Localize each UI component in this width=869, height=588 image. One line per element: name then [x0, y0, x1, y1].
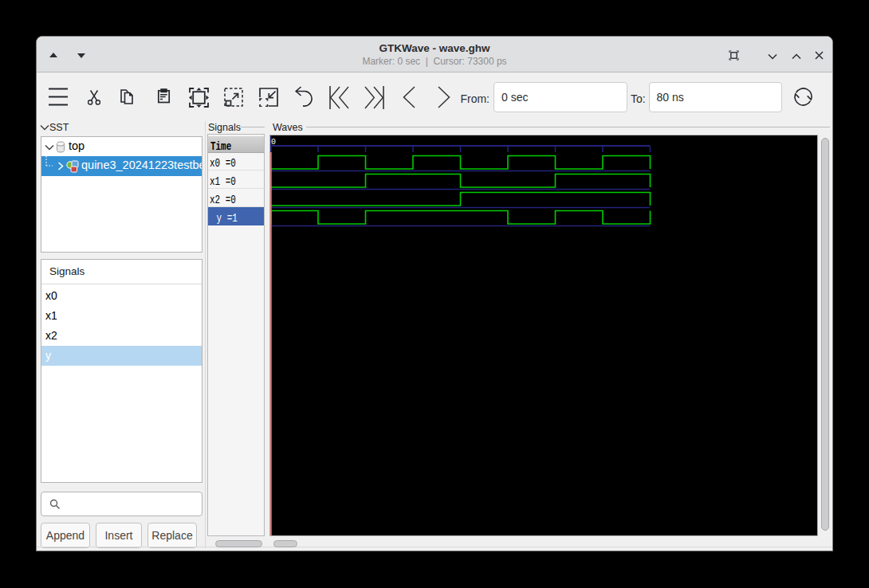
svg-text:0: 0 — [271, 138, 276, 147]
